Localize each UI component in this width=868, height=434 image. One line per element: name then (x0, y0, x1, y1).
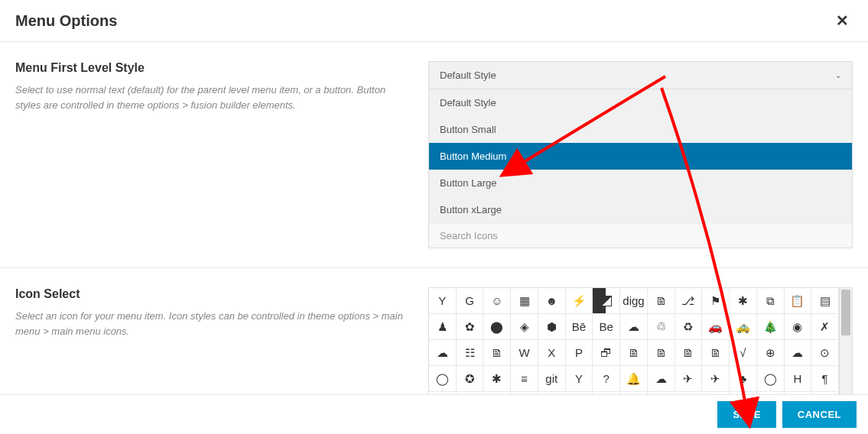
icon-cell[interactable]: G (457, 288, 484, 314)
icon-cell[interactable]: ◯ (429, 366, 457, 392)
annotation-arrow-2 (654, 88, 792, 419)
icon-cell[interactable]: ? (593, 366, 620, 392)
icon-cell[interactable]: ☁ (429, 340, 457, 366)
icon-cell[interactable]: ✱ (483, 366, 511, 392)
icon-cell[interactable]: Y (429, 288, 457, 314)
icon-cell[interactable]: Y (566, 366, 593, 392)
icon-cell[interactable]: ☺ (483, 288, 511, 314)
icon-cell[interactable]: ✪ (457, 366, 484, 392)
icon-cell[interactable]: 🗎 (620, 340, 648, 366)
icon-help: Select an icon for your menu item. Icon … (15, 309, 405, 338)
dialog-header: Menu Options ✕ (0, 0, 868, 42)
icon-cell[interactable]: ⬢ (538, 314, 566, 340)
icon-cell[interactable]: ⬤ (483, 314, 511, 340)
icon-cell[interactable]: ♟ (429, 314, 457, 340)
icon-cell[interactable]: ▦ (511, 288, 538, 314)
style-select-value: Default Style (440, 70, 496, 81)
cancel-button[interactable]: CANCEL (782, 401, 857, 428)
icon-cell[interactable]: ◈ (511, 314, 538, 340)
icon-cell[interactable]: P (566, 340, 593, 366)
icon-cell[interactable]: digg (620, 288, 648, 314)
icon-cell[interactable]: ≡ (511, 366, 538, 392)
icon-cell[interactable]: 🔔 (620, 366, 648, 392)
scrollbar-thumb[interactable] (841, 290, 850, 335)
icon-cell[interactable]: ¶ (811, 366, 839, 392)
icon-cell[interactable]: 🗗 (593, 340, 620, 366)
icon-cell[interactable]: git (538, 366, 566, 392)
icon-cell[interactable]: W (511, 340, 538, 366)
icon-cell[interactable]: ✗ (811, 314, 839, 340)
style-label: Menu First Level Style (15, 61, 405, 75)
icon-cell[interactable]: ☻ (538, 288, 566, 314)
icon-cell[interactable]: ☷ (457, 340, 484, 366)
style-help: Select to use normal text (default) for … (15, 83, 405, 112)
icon-cell[interactable]: ▤ (811, 288, 839, 314)
style-label-col: Menu First Level Style Select to use nor… (15, 61, 428, 248)
icon-cell[interactable] (593, 288, 620, 314)
icon-cell[interactable]: ☁ (620, 314, 648, 340)
icon-cell[interactable]: ⊙ (811, 340, 839, 366)
icon-cell[interactable]: 🗎 (483, 340, 511, 366)
icon-label: Icon Select (15, 287, 405, 301)
icon-cell[interactable]: X (538, 340, 566, 366)
icon-cell[interactable]: Be (593, 314, 620, 340)
icon-cell[interactable]: ✿ (457, 314, 484, 340)
icon-cell[interactable]: Bē (566, 314, 593, 340)
close-icon[interactable]: ✕ (832, 11, 853, 30)
icon-cell[interactable]: ⚡ (566, 288, 593, 314)
page-title: Menu Options (15, 12, 117, 30)
chevron-down-icon: ⌄ (835, 71, 841, 79)
